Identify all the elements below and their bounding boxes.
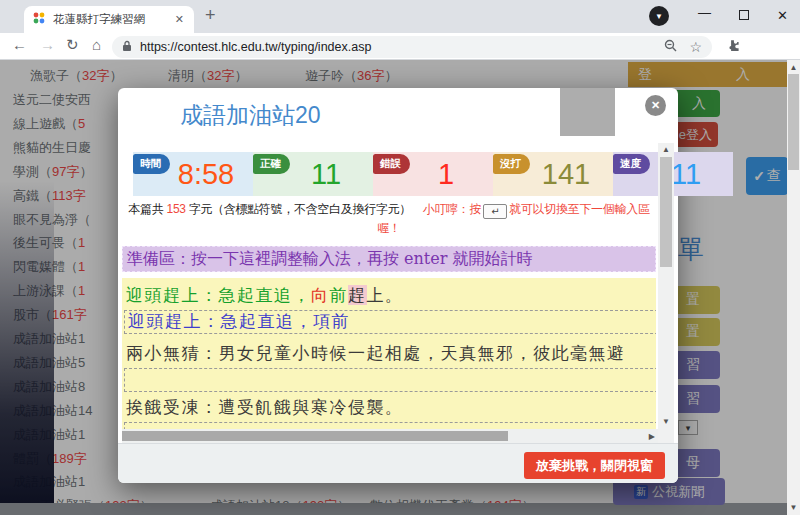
tip-pre: 小叮嚀：按 [423,202,482,216]
dialog-footer: 放棄挑戰，關閉視窗 [118,443,678,483]
typing-input-line[interactable] [124,368,656,392]
h-scrollbar-thumb[interactable] [122,431,508,441]
extensions-puzzle-icon[interactable] [725,38,740,57]
browser-tab[interactable]: 花蓮縣打字練習網 ✕ [24,6,194,33]
tip-post: 就可以切換至下一個輸入區 [509,202,649,216]
stat-cell: 沒打141 [493,152,613,196]
stats-row: 時間8:58正確11錯誤1沒打141速度11 [133,152,733,196]
page-viewport: 漁歌子（32字）清明（32字）遊子吟（36字）送元二使安西線上遊戲（5熊貓的生日… [0,60,800,515]
zoom-icon[interactable] [664,38,677,56]
typing-input-line[interactable]: 迎頭趕上：急起直追，項前 [124,310,656,334]
home-icon[interactable]: ⌂ [92,36,101,53]
target-text-line: 兩小無猜：男女兒童小時候一起相處，天真無邪，彼此毫無避 [126,342,626,365]
stat-label-badge: 沒打 [493,154,530,174]
scroll-up-icon[interactable]: ▲ [787,63,800,72]
window-maximize-button[interactable] [739,10,749,20]
typing-input-line[interactable] [124,422,656,429]
target-text-line: 迎頭趕上：急起直追，向前趕上。 [126,284,404,307]
profile-chip-icon[interactable]: ▼ [649,6,669,26]
new-tab-button[interactable]: + [205,5,216,26]
typing-dialog: 成語加油站20 ✕ 時間8:58正確11錯誤1沒打141速度11 本篇共 153… [118,88,678,483]
forward-icon[interactable]: → [40,36,55,53]
site-favicon [32,11,46,29]
scroll-down-icon[interactable]: ▼ [787,503,800,512]
stat-label-badge: 正確 [253,154,290,174]
url-text: https://contest.hlc.edu.tw/typing/index.… [140,40,664,54]
dialog-v-scrollbar[interactable]: ▲ ▼ [658,143,674,443]
prep-area-input[interactable]: 準備區：按一下這裡調整輸入法，再按 enter 就開始計時 [122,246,656,272]
stat-cell: 正確11 [253,152,373,196]
scrollbar-thumb[interactable] [788,74,799,170]
scroll-up-icon[interactable]: ▲ [658,145,674,154]
scroll-down-icon[interactable]: ▼ [658,417,674,426]
back-icon[interactable]: ← [12,36,27,53]
address-bar[interactable]: https://contest.hlc.edu.tw/typing/index.… [112,36,712,58]
window-close-button[interactable]: ✕ [777,8,788,23]
bookmark-star-icon[interactable]: ☆ [689,39,702,55]
dialog-h-scrollbar[interactable]: ▶ [122,429,658,443]
typing-area: 迎頭趕上：急起直追，向前趕上。迎頭趕上：急起直追，項前兩小無猜：男女兒童小時候一… [122,278,656,429]
stat-label-badge: 時間 [133,154,170,174]
char-count-post: 字元（含標點符號，不含空白及換行字元） [186,202,423,216]
stat-label-badge: 速度 [613,154,650,174]
char-count-pre: 本篇共 [128,202,166,216]
page-scrollbar[interactable]: ▲ ▼ [787,60,800,515]
browser-window: 花蓮縣打字練習網 ✕ + ▼ — ✕ ← → ↻ ⌂ https://conte… [0,0,800,515]
tab-strip: 花蓮縣打字練習網 ✕ + ▼ — ✕ [0,0,800,33]
reload-icon[interactable]: ↻ [66,36,79,54]
tab-close-icon[interactable]: ✕ [173,13,186,26]
lock-icon [122,38,132,56]
dialog-title: 成語加油站20 [180,100,321,131]
stat-cell: 錯誤1 [373,152,493,196]
give-up-button[interactable]: 放棄挑戰，關閉視窗 [524,452,665,479]
target-text-line: 挨餓受凍：遭受飢餓與寒冷侵襲。 [126,396,404,419]
browser-toolbar: ← → ↻ ⌂ https://contest.hlc.edu.tw/typin… [0,33,800,60]
dialog-close-button[interactable]: ✕ [645,95,666,116]
tip-wrap: 喔！ [377,221,400,235]
info-text: 本篇共 153 字元（含標點符號，不含空白及換行字元） 小叮嚀：按↵就可以切換至… [120,200,658,238]
char-count: 153 [167,202,186,216]
stat-label-badge: 錯誤 [373,154,410,174]
overlay-patch [560,88,615,136]
tab-title: 花蓮縣打字練習網 [53,12,173,27]
enter-key-icon: ↵ [483,204,507,219]
v-scrollbar-thumb[interactable] [660,157,672,267]
window-minimize-button[interactable]: — [698,5,711,20]
scroll-right-icon[interactable]: ▶ [649,432,655,441]
stat-cell: 時間8:58 [133,152,253,196]
